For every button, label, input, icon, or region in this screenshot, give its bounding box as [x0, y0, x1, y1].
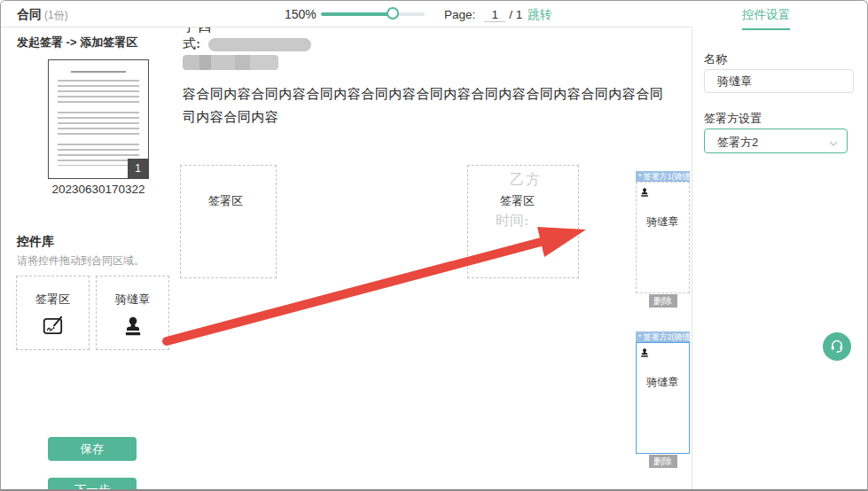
- widget-header-label: 签署方1(骑缝章): [644, 172, 690, 181]
- draggable-paging-seal-control[interactable]: 骑缝章: [96, 276, 169, 350]
- document-id: 20230630170322: [36, 183, 160, 196]
- signer-select[interactable]: 签署方2: [704, 129, 848, 153]
- signature-area-label: 签署区: [208, 193, 243, 209]
- thumbnail-text-lines: [58, 80, 139, 166]
- time-label: 时间:: [496, 212, 528, 230]
- control-label: 骑缝章: [115, 292, 150, 308]
- widget-header[interactable]: *签署方2(骑缝章): [636, 331, 690, 342]
- name-field-label: 名称: [704, 51, 727, 67]
- panel-divider: [692, 27, 692, 489]
- page-thumbnail[interactable]: 1: [48, 59, 149, 179]
- required-star: *: [638, 332, 642, 341]
- tab-widget-settings[interactable]: 控件设置: [742, 7, 790, 30]
- widget-settings-panel: 名称 签署方设置 签署方2: [692, 27, 867, 489]
- signature-area-label: 签署区: [500, 193, 535, 209]
- required-star: *: [638, 172, 642, 181]
- contract-title: 合同(1份): [17, 7, 68, 23]
- widget-library-title: 控件库: [17, 234, 54, 250]
- widget-header[interactable]: *签署方1(骑缝章): [636, 171, 690, 182]
- signer-setting-label: 签署方设置: [704, 111, 762, 127]
- redacted-text-blob: [183, 55, 278, 70]
- document-field-label: 式:: [183, 35, 200, 52]
- signature-area-icon: [42, 315, 65, 341]
- zoom-slider[interactable]: [321, 12, 425, 16]
- paging-seal-icon: [639, 346, 650, 362]
- paging-seal-widget-2[interactable]: *签署方2(骑缝章) 骑缝章 删除: [636, 331, 690, 468]
- control-label: 签署区: [35, 292, 70, 308]
- breadcrumb: 发起签署 -> 添加签署区: [17, 35, 137, 51]
- signer-select-value: 签署方2: [717, 135, 758, 151]
- paging-seal-widget-1[interactable]: *签署方1(骑缝章) 骑缝章 删除: [636, 171, 690, 308]
- contract-title-text: 合同: [17, 7, 42, 21]
- toolbar: 合同(1份) 150% Page:/ 1跳转: [1, 1, 692, 27]
- delete-widget-button[interactable]: 删除: [649, 455, 677, 468]
- widget-library-hint: 请将控件拖动到合同区域。: [17, 253, 145, 269]
- document-clipped-text: 手四: [183, 27, 213, 35]
- next-step-button[interactable]: 下一步: [48, 478, 137, 491]
- party-b-signature-placeholder[interactable]: 乙方 签署区 时间:: [467, 165, 579, 278]
- paging-seal-icon: [639, 185, 650, 201]
- contract-count: (1份): [44, 9, 68, 21]
- page-label: Page:: [444, 8, 475, 21]
- contract-editor-window: 合同(1份) 150% Page:/ 1跳转 控件设置 发起签署 -> 添加签署…: [0, 0, 868, 491]
- widget-label: 骑缝章: [637, 375, 689, 390]
- widget-header-label: 签署方2(骑缝章): [644, 332, 690, 341]
- zoom-percent: 150%: [285, 7, 317, 21]
- paging-seal-icon: [121, 315, 145, 341]
- document-paragraph: 容合同内容合同内容合同内容合同内容合同内容合同内容合同内容合同内容合同 司内容合…: [183, 82, 664, 129]
- document-canvas[interactable]: 手四 式: 容合同内容合同内容合同内容合同内容合同内容合同内容合同内容合同内容合…: [178, 27, 692, 489]
- zoom-slider-knob[interactable]: [387, 7, 399, 19]
- widget-body[interactable]: 骑缝章: [636, 342, 690, 454]
- draggable-signature-area-control[interactable]: 签署区: [16, 276, 90, 350]
- party-b-label: 乙方: [510, 171, 542, 190]
- delete-widget-button[interactable]: 删除: [649, 294, 677, 308]
- widget-body[interactable]: 骑缝章: [636, 182, 690, 293]
- page-jump-link[interactable]: 跳转: [528, 8, 551, 21]
- thumbnail-title-line: [71, 71, 127, 73]
- page-number-badge: 1: [128, 159, 148, 178]
- paragraph-line: 容合同内容合同内容合同内容合同内容合同内容合同内容合同内容合同内容合同: [183, 82, 664, 105]
- signature-area-placeholder[interactable]: 签署区: [180, 165, 277, 278]
- widget-label: 骑缝章: [637, 214, 689, 230]
- zoom-slider-fill: [321, 12, 394, 16]
- widget-name-input[interactable]: [704, 69, 854, 93]
- headset-icon: [829, 338, 845, 356]
- save-button[interactable]: 保存: [48, 437, 137, 461]
- paragraph-line: 司内容合同内容: [183, 105, 664, 129]
- page-navigation: Page:/ 1跳转: [444, 7, 551, 23]
- page-total: / 1: [509, 8, 522, 21]
- redacted-text-blob: [208, 38, 311, 51]
- support-fab-button[interactable]: [823, 332, 851, 361]
- chevron-down-icon: [828, 136, 839, 152]
- page-number-input[interactable]: [484, 8, 505, 22]
